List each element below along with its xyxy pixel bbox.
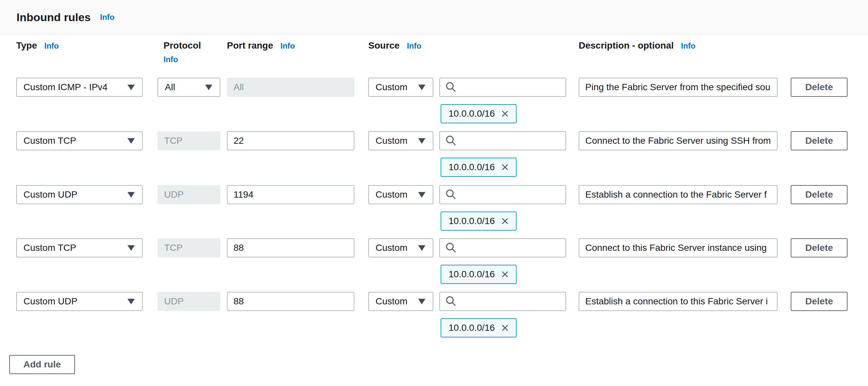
type-label: Type (16, 40, 37, 51)
description-info-link[interactable]: Info (681, 41, 695, 51)
remove-cidr-icon[interactable] (501, 217, 509, 226)
dropdown-arrow-icon (127, 138, 135, 144)
delete-rule-button[interactable]: Delete (791, 185, 847, 204)
column-header-protocol: Protocol Info (158, 40, 195, 64)
type-select-value: Custom ICMP - IPv4 (24, 82, 108, 92)
protocol-select-value: All (165, 82, 175, 92)
column-header-source: Source Info (368, 40, 422, 51)
rule-row: Custom TCP TCP Custom 10.0.0.0/16 Dele (0, 238, 868, 291)
protocol-value: UDP (164, 296, 184, 307)
port-range-input[interactable] (227, 292, 354, 311)
description-input[interactable] (579, 131, 777, 150)
source-cidr-chip: 10.0.0.0/16 (441, 104, 517, 123)
source-search-input[interactable] (461, 296, 561, 307)
protocol-label: Protocol (163, 40, 201, 51)
rule-row: Custom UDP UDP Custom 10.0.0.0/16 Dele (0, 185, 868, 238)
dropdown-arrow-icon (205, 85, 212, 90)
source-cidr-chip: 10.0.0.0/16 (441, 211, 517, 231)
source-cidr-chip: 10.0.0.0/16 (441, 318, 517, 337)
source-select-value: Custom (376, 243, 407, 253)
description-input[interactable] (579, 185, 777, 204)
page-title: Inbound rules (17, 11, 91, 24)
port-range-value: All (234, 82, 244, 92)
type-select-value: Custom TCP (24, 136, 76, 146)
protocol-value: TCP (164, 136, 183, 146)
source-cidr-chip: 10.0.0.0/16 (441, 158, 517, 177)
type-info-link[interactable]: Info (44, 41, 59, 51)
description-input[interactable] (579, 78, 777, 97)
delete-rule-button[interactable]: Delete (791, 292, 847, 311)
source-search-box (439, 131, 566, 150)
source-select[interactable]: Custom (368, 78, 433, 97)
source-search-input[interactable] (461, 82, 561, 92)
remove-cidr-icon[interactable] (501, 324, 509, 332)
source-search-box (439, 185, 566, 204)
source-search-input[interactable] (461, 243, 561, 253)
protocol-info-link[interactable]: Info (163, 55, 178, 64)
dropdown-arrow-icon (418, 299, 426, 304)
protocol-select[interactable]: All (158, 78, 220, 97)
type-select-value: Custom TCP (24, 243, 76, 253)
source-select-value: Custom (376, 82, 407, 92)
search-icon (445, 82, 457, 93)
source-select[interactable]: Custom (368, 185, 433, 204)
column-header-description: Description - optional Info (579, 40, 695, 51)
search-icon (445, 242, 457, 254)
protocol-field: UDP (158, 185, 220, 204)
type-select[interactable]: Custom UDP (16, 292, 143, 311)
add-rule-button[interactable]: Add rule (9, 355, 75, 374)
type-select[interactable]: Custom UDP (16, 185, 143, 204)
inbound-rules-info-link[interactable]: Info (100, 12, 115, 22)
delete-rule-button[interactable]: Delete (791, 238, 847, 258)
column-header-type: Type Info (16, 40, 59, 51)
source-cidr-value: 10.0.0.0/16 (448, 216, 495, 227)
source-select[interactable]: Custom (368, 292, 433, 311)
protocol-field: UDP (158, 292, 220, 311)
dropdown-arrow-icon (418, 138, 426, 144)
delete-rule-button[interactable]: Delete (791, 78, 847, 97)
source-select-value: Custom (376, 189, 407, 200)
source-search-input[interactable] (461, 136, 561, 146)
protocol-field: TCP (158, 131, 220, 150)
dropdown-arrow-icon (418, 245, 426, 251)
port-range-input[interactable] (227, 131, 354, 150)
description-input[interactable] (579, 292, 777, 311)
dropdown-arrow-icon (127, 192, 135, 198)
rule-row: Custom UDP UDP Custom 10.0.0.0/16 Dele (0, 292, 868, 345)
port-range-info-link[interactable]: Info (280, 41, 295, 51)
port-range-input[interactable] (227, 185, 354, 204)
source-info-link[interactable]: Info (407, 41, 422, 51)
source-search-box (439, 292, 566, 311)
dropdown-arrow-icon (127, 85, 135, 90)
column-header-port-range: Port range Info (227, 40, 295, 51)
type-select[interactable]: Custom TCP (16, 238, 143, 258)
source-cidr-chip: 10.0.0.0/16 (441, 265, 517, 284)
source-cidr-value: 10.0.0.0/16 (448, 162, 495, 173)
type-select[interactable]: Custom ICMP - IPv4 (16, 78, 143, 97)
port-range-input[interactable] (227, 238, 354, 258)
type-select-value: Custom UDP (24, 296, 77, 307)
protocol-value: UDP (164, 189, 184, 200)
search-icon (445, 189, 457, 200)
type-select[interactable]: Custom TCP (16, 131, 143, 150)
source-search-input[interactable] (461, 189, 561, 200)
dropdown-arrow-icon (127, 245, 135, 251)
remove-cidr-icon[interactable] (501, 109, 509, 118)
source-select[interactable]: Custom (368, 131, 433, 150)
protocol-value: TCP (164, 243, 183, 253)
type-select-value: Custom UDP (24, 189, 77, 200)
delete-rule-button[interactable]: Delete (791, 131, 847, 150)
remove-cidr-icon[interactable] (501, 163, 509, 172)
remove-cidr-icon[interactable] (501, 270, 509, 278)
protocol-field: TCP (158, 238, 220, 258)
description-input[interactable] (579, 238, 777, 258)
source-search-box (439, 238, 566, 258)
rule-row: Custom ICMP - IPv4 All All Custom 10.0.0… (0, 78, 868, 130)
source-select-value: Custom (376, 136, 407, 146)
source-select[interactable]: Custom (368, 238, 433, 258)
port-range-label: Port range (227, 40, 273, 51)
rule-row: Custom TCP TCP Custom 10.0.0.0/16 Dele (0, 131, 868, 184)
dropdown-arrow-icon (127, 299, 135, 304)
source-search-box (439, 78, 566, 97)
dropdown-arrow-icon (418, 192, 426, 198)
